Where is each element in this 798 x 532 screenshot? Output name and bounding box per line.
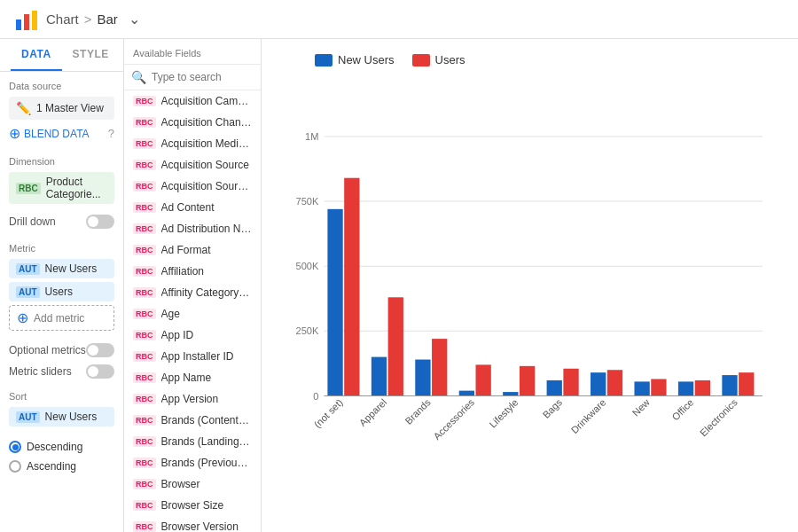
svg-text:500K: 500K (296, 261, 319, 271)
field-item[interactable]: RBCBrowser Size (124, 495, 261, 516)
field-item[interactable]: RBCAd Format (124, 239, 261, 261)
field-item[interactable]: RBCAd Content (124, 197, 261, 218)
field-item[interactable]: RBCApp Version (124, 388, 261, 410)
descending-radio[interactable] (9, 441, 21, 453)
tab-style[interactable]: STYLE (62, 39, 120, 71)
field-type-icon: RBC (133, 181, 156, 192)
svg-text:1M: 1M (305, 131, 318, 142)
toggle-knob (88, 216, 98, 227)
field-item[interactable]: RBCAffinity Category (reac... (124, 282, 261, 303)
metric-chip-users[interactable]: AUT Users (9, 282, 114, 301)
field-name: Affinity Category (reac... (161, 286, 253, 299)
field-name: Acquisition Source (161, 159, 249, 171)
available-fields-panel: Available Fields 🔍 RBCAcquisition Campai… (124, 39, 262, 532)
tab-data[interactable]: DATA (11, 39, 62, 71)
blend-data-button[interactable]: BLEND DATA (24, 128, 90, 140)
field-type-icon: RBC (133, 96, 156, 106)
dimension-chip[interactable]: RBC Product Categorie... (9, 172, 114, 204)
field-item[interactable]: RBCBrands (Landing Cont... (124, 431, 261, 452)
tab-bar: DATA STYLE (0, 39, 123, 72)
sort-chip-value: New Users (45, 411, 98, 423)
field-type-icon: RBC (133, 521, 156, 532)
svg-text:Electronics: Electronics (698, 396, 739, 438)
field-name: Browser (161, 478, 200, 490)
metric-chip-new-users[interactable]: AUT New Users (9, 259, 114, 278)
field-item[interactable]: RBCAd Distribution Netwo... (124, 218, 261, 239)
optional-metrics-toggle[interactable] (86, 343, 114, 357)
app-logo (14, 7, 39, 32)
field-item[interactable]: RBCAge (124, 303, 261, 325)
available-fields-header: Available Fields (124, 39, 261, 65)
search-icon: 🔍 (131, 70, 146, 84)
field-name: App Name (161, 372, 212, 384)
data-source-button[interactable]: ✏️ 1 Master View (9, 97, 114, 120)
drill-down-toggle[interactable] (86, 215, 114, 229)
svg-rect-31 (591, 372, 606, 395)
field-type-icon: RBC (133, 117, 156, 128)
search-input[interactable] (152, 71, 254, 83)
ascending-radio-row[interactable]: Ascending (0, 457, 123, 476)
field-item[interactable]: RBCAcquisition Source (124, 154, 261, 176)
legend-new-users-color (315, 54, 332, 66)
metric1-prefix: AUT (16, 263, 40, 275)
radio-dot (12, 444, 19, 450)
svg-rect-28 (547, 380, 562, 396)
svg-rect-25 (503, 392, 518, 395)
field-item[interactable]: RBCBrowser Version (124, 516, 261, 532)
field-item[interactable]: RBCAcquisition Source / ... (124, 176, 261, 197)
chart-container: 0250K500K750K1M(not set)ApparelBrandsAcc… (279, 77, 780, 518)
field-name: App ID (161, 329, 194, 341)
field-item[interactable]: RBCBrands (Content Group) (124, 410, 261, 431)
chevron-down-icon[interactable]: ⌄ (129, 11, 140, 27)
sort-section: Sort AUT New Users (0, 382, 123, 437)
field-item[interactable]: RBCBrowser (124, 473, 261, 495)
svg-rect-23 (476, 364, 491, 395)
svg-rect-0 (16, 20, 21, 30)
field-item[interactable]: RBCAcquisition Campaign (124, 90, 261, 112)
add-blend-icon[interactable]: ⊕ (9, 125, 20, 142)
svg-rect-38 (695, 380, 710, 396)
field-name: Acquisition Campaign (161, 95, 253, 107)
drill-down-label: Drill down (9, 215, 56, 228)
field-type-icon: RBC (133, 266, 156, 277)
field-type-icon: RBC (133, 202, 156, 213)
field-item[interactable]: RBCAcquisition Channel (124, 112, 261, 133)
field-item[interactable]: RBCApp Installer ID (124, 346, 261, 367)
add-metric-button[interactable]: ⊕ Add metric (9, 305, 114, 331)
svg-rect-2 (32, 11, 37, 30)
sort-chip-prefix: AUT (16, 411, 40, 423)
add-metric-icon: ⊕ (17, 309, 28, 326)
field-name: Browser Version (161, 520, 239, 532)
svg-text:Brands: Brands (403, 396, 433, 426)
field-item[interactable]: RBCApp ID (124, 325, 261, 346)
field-item[interactable]: RBCBrands (Previous Con... (124, 452, 261, 473)
edit-icon: ✏️ (16, 101, 31, 115)
help-icon[interactable]: ? (108, 127, 114, 140)
field-name: Ad Distribution Netwo... (161, 223, 253, 235)
main-layout: DATA STYLE Data source ✏️ 1 Master View … (0, 39, 798, 532)
legend-new-users-label: New Users (338, 53, 395, 66)
field-type-icon: RBC (133, 458, 156, 468)
field-name: Ad Format (161, 244, 211, 256)
metric-sliders-toggle[interactable] (86, 364, 114, 379)
descending-radio-row[interactable]: Descending (0, 437, 123, 457)
svg-rect-37 (678, 381, 693, 395)
sort-chip[interactable]: AUT New Users (9, 407, 114, 426)
legend-users: Users (412, 53, 466, 66)
field-type-icon: RBC (133, 351, 156, 362)
field-item[interactable]: RBCAcquisition Medium (124, 133, 261, 154)
optional-metrics-knob (88, 345, 98, 356)
svg-rect-34 (634, 381, 649, 395)
svg-rect-17 (388, 297, 403, 395)
svg-text:Accessories: Accessories (431, 396, 476, 442)
metric2-value: Users (45, 286, 73, 298)
ascending-radio[interactable] (9, 460, 21, 473)
metric-section: Metric AUT New Users AUT Users ⊕ Add met… (0, 234, 123, 340)
svg-rect-16 (372, 357, 387, 396)
field-type-icon: RBC (133, 500, 156, 511)
chart-type-label: Bar (97, 12, 117, 27)
data-source-section: Data source ✏️ 1 Master View ⊕ BLEND DAT… (0, 72, 123, 147)
dimension-section: Dimension RBC Product Categorie... (0, 147, 123, 209)
field-item[interactable]: RBCApp Name (124, 367, 261, 388)
field-item[interactable]: RBCAffiliation (124, 261, 261, 282)
